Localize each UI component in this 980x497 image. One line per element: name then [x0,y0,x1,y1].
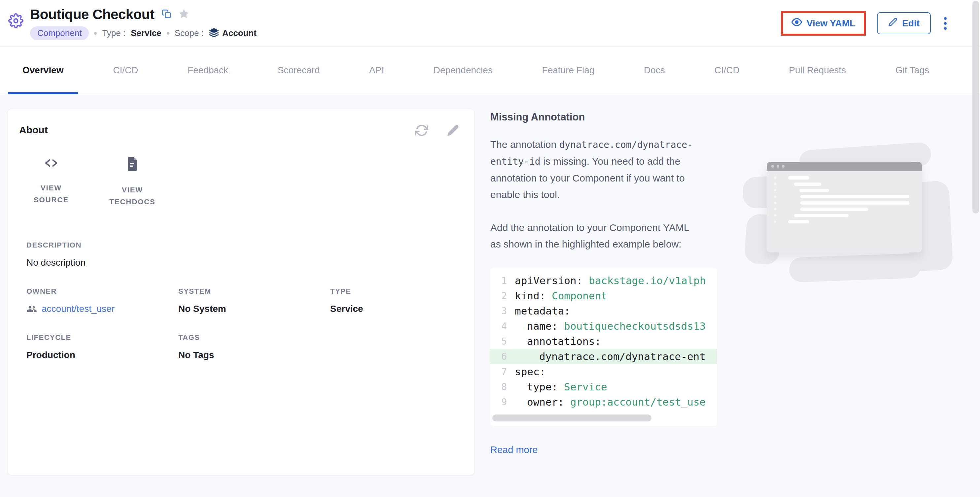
about-fields: DESCRIPTIONNo descriptionOWNERaccount/te… [26,241,459,360]
tab-docs[interactable]: Docs [629,47,679,94]
about-field-system: SYSTEMNo System [178,287,330,314]
field-value: Production [26,350,178,360]
refresh-icon[interactable] [415,124,428,138]
field-label: OWNER [26,287,178,296]
main-content: About VIEWSOURCE VIEWT [0,94,980,497]
code-line-5: 5annotations: [490,333,717,349]
browser-window-graphic [767,162,922,252]
favorite-star-icon[interactable] [178,8,189,21]
page-title: Boutique Checkout [30,6,154,22]
people-icon [26,303,37,314]
tab-git-tags[interactable]: Git Tags [881,47,944,94]
field-value: account/test_user [26,303,178,314]
type-label: Type : [102,28,126,38]
scope-label: Scope : [175,28,204,38]
background-blob [789,253,921,283]
view-yaml-button[interactable]: View YAML [783,13,864,34]
annotation-instruction: Add the annotation to your Component YAM… [490,219,695,252]
separator-dot [167,32,169,35]
more-options-kebab-menu[interactable] [942,15,949,32]
code-line-9: 9owner: group:account/test_use [490,394,717,410]
missing-annotation-title: Missing Annotation [490,111,725,123]
tab-overview[interactable]: Overview [8,47,78,94]
pencil-icon [888,17,897,29]
about-card: About VIEWSOURCE VIEWT [8,109,474,475]
entity-kind-badge: Component [30,26,89,40]
code-line-4: 4name: boutiquecheckoutsdsds13 [490,318,717,333]
edit-about-pencil-icon[interactable] [447,124,459,138]
separator-dot [94,32,97,35]
field-label: SYSTEM [178,287,330,296]
field-value: No description [26,257,459,268]
code-line-6: 6dynatrace.com/dynatrace-ent [490,349,717,364]
about-field-type: TYPEService [330,287,459,314]
code-lines: 1apiVersion: backstage.io/v1alph2kind: C… [490,273,717,410]
yaml-code-block: 1apiVersion: backstage.io/v1alph2kind: C… [490,268,717,426]
tab-dependencies[interactable]: Dependencies [419,47,507,94]
code-icon [44,157,59,170]
about-field-tags: TAGSNo Tags [178,333,330,360]
copy-icon[interactable] [162,9,171,20]
view-source-action[interactable]: VIEWSOURCE [26,157,76,208]
code-window-illustration [743,144,954,282]
field-label: LIFECYCLE [26,333,178,342]
field-label: TYPE [330,287,459,296]
about-field-description: DESCRIPTIONNo description [26,241,459,268]
about-field-owner: OWNERaccount/test_user [26,287,178,314]
tabs-bar: OverviewCI/CDFeedbackScorecardAPIDepende… [0,47,980,94]
type-value: Service [131,28,161,38]
browser-titlebar [767,162,922,171]
tab-feedback[interactable]: Feedback [173,47,243,94]
tab-api[interactable]: API [355,47,399,94]
code-line-1: 1apiVersion: backstage.io/v1alph [490,273,717,288]
owner-link[interactable]: account/test_user [41,303,115,314]
missing-annotation-panel: Missing Annotation The annotation dynatr… [490,111,725,456]
about-card-title: About [19,124,48,136]
code-line-3: 3metadata: [490,303,717,318]
tab-scorecard[interactable]: Scorecard [263,47,334,94]
illustration-rows [767,171,922,225]
scope-value: Account [222,28,256,38]
annotation-description: The annotation dynatrace.com/dynatrace-e… [490,136,697,203]
code-horizontal-scrollbar[interactable] [492,414,651,421]
eye-icon [791,17,802,30]
page-scrollbar-thumb[interactable] [972,1,979,214]
code-line-7: 7spec: [490,364,717,379]
document-icon [126,157,138,172]
code-line-8: 8type: Service [490,379,717,394]
tab-ci-cd[interactable]: CI/CD [700,47,754,94]
tab-ci-cd[interactable]: CI/CD [99,47,153,94]
about-field-lifecycle: LIFECYCLEProduction [26,333,178,360]
entity-meta-row: Component Type : Service Scope : Account [30,26,256,40]
field-value: Service [330,303,459,314]
annotation-highlight-box: View YAML [781,11,866,36]
field-value: No System [178,303,330,314]
read-more-link[interactable]: Read more [490,445,538,456]
edit-button[interactable]: Edit [877,12,931,34]
view-techdocs-action[interactable]: VIEWTECHDOCS [108,157,157,208]
tab-pull-requests[interactable]: Pull Requests [774,47,861,94]
settings-gear-icon [8,13,24,30]
tab-feature-flag[interactable]: Feature Flag [528,47,609,94]
field-value: No Tags [178,350,330,360]
page-header: Boutique Checkout Component Type : Servi… [0,0,980,47]
layers-scope-icon [209,28,219,39]
field-label: TAGS [178,333,330,342]
field-label: DESCRIPTION [26,241,459,249]
code-line-2: 2kind: Component [490,288,717,303]
